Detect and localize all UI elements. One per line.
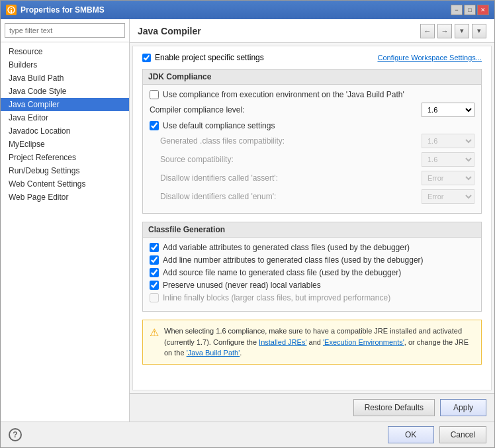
classfile-item-add-source-file: Add source file name to generated class … (150, 268, 474, 277)
classfile-label-inline-finally: Inline finally blocks (larger class file… (163, 293, 390, 302)
window-controls: − □ ✕ (451, 5, 489, 15)
bottom-action-bar: ? OK Cancel (1, 422, 494, 447)
classfile-item-add-variable: Add variable attributes to generated cla… (150, 243, 474, 252)
sidebar-item-java-editor[interactable]: Java Editor (1, 111, 129, 124)
classfile-item-add-line-number: Add line number attributes to generated … (150, 255, 474, 265)
main-panel: Java Compiler ← → ▾ ▾ Enable project spe… (130, 19, 494, 422)
source-compat-select[interactable]: 1.6 (422, 152, 474, 167)
classfile-checkbox-add-line-number[interactable] (150, 255, 159, 265)
sidebar: ResourceBuildersJava Build PathJava Code… (1, 19, 130, 422)
compiler-compliance-label: Compiler compliance level: (150, 105, 422, 114)
classfile-item-preserve-unused: Preserve unused (never read) local varia… (150, 281, 474, 290)
warning-text: When selecting 1.6 compliance, make sure… (164, 326, 474, 359)
classfile-checkbox-add-variable[interactable] (150, 243, 159, 252)
classfile-checkbox-preserve-unused[interactable] (150, 281, 159, 290)
jdk-compliance-title: JDK Compliance (143, 69, 481, 85)
restore-defaults-button[interactable]: Restore Defaults (353, 399, 435, 416)
panel-content: Enable project specific settings Configu… (132, 46, 492, 390)
back-button[interactable]: ← (420, 24, 435, 38)
window-title: Properties for SMBMS (21, 5, 105, 15)
enable-left: Enable project specific settings (142, 53, 264, 62)
panel-title: Java Compiler (138, 26, 201, 36)
restore-apply-bar: Restore Defaults Apply (130, 393, 494, 422)
sidebar-item-java-build-path[interactable]: Java Build Path (1, 71, 129, 85)
enable-project-checkbox[interactable] (142, 54, 151, 62)
forward-button[interactable]: → (437, 24, 452, 38)
disallow-enum-select[interactable]: Error (422, 189, 474, 204)
cancel-button[interactable]: Cancel (439, 426, 486, 443)
classfile-item-inline-finally: Inline finally blocks (larger class file… (150, 293, 474, 302)
generated-class-row: Generated .class files compatibility: 1.… (160, 134, 474, 148)
content-area: ResourceBuildersJava Build PathJava Code… (1, 19, 494, 422)
ok-cancel-buttons: OK Cancel (388, 426, 486, 443)
properties-window: Properties for SMBMS − □ ✕ ResourceBuild… (0, 0, 495, 448)
classfile-label-add-line-number: Add line number attributes to generated … (163, 255, 424, 265)
disallow-assert-label: Disallow identifiers called 'assert': (160, 173, 422, 183)
svg-rect-2 (11, 10, 12, 13)
enable-row: Enable project specific settings Configu… (142, 53, 482, 62)
classfile-label-add-variable: Add variable attributes to generated cla… (163, 243, 410, 252)
help-button[interactable]: ? (9, 428, 22, 441)
maximize-button[interactable]: □ (464, 5, 476, 15)
disallow-enum-row: Disallow identifiers called 'enum': Erro… (160, 189, 474, 204)
classfile-label-preserve-unused: Preserve unused (never read) local varia… (163, 281, 321, 290)
classfile-checkbox-inline-finally[interactable] (150, 293, 159, 302)
source-compat-row: Source compatibility: 1.6 (160, 152, 474, 167)
generated-class-label: Generated .class files compatibility: (160, 136, 422, 146)
source-compat-label: Source compatibility: (160, 155, 422, 164)
disallow-enum-label: Disallow identifiers called 'enum': (160, 192, 422, 201)
jdk-compliance-section: JDK Compliance Use compliance from execu… (142, 69, 482, 214)
use-exec-env-checkbox[interactable] (150, 90, 159, 99)
use-default-checkbox[interactable] (150, 121, 159, 130)
title-bar-left: Properties for SMBMS (6, 5, 105, 15)
sidebar-item-builders[interactable]: Builders (1, 58, 129, 71)
use-default-label: Use default compliance settings (163, 121, 275, 130)
warning-box: ⚠ When selecting 1.6 compliance, make su… (142, 320, 482, 365)
sidebar-item-web-content-settings[interactable]: Web Content Settings (1, 177, 129, 191)
classfile-checkbox-add-source-file[interactable] (150, 268, 159, 277)
sidebar-item-java-compiler[interactable]: Java Compiler (1, 98, 129, 111)
enable-project-label: Enable project specific settings (155, 53, 264, 62)
execution-env-link[interactable]: 'Execution Environments' (323, 338, 404, 346)
sidebar-item-myeclipse[interactable]: MyEclipse (1, 138, 129, 151)
tree-items: ResourceBuildersJava Build PathJava Code… (1, 42, 129, 422)
classfile-generation-title: Classfile Generation (143, 222, 481, 238)
use-default-row: Use default compliance settings (150, 121, 474, 130)
sidebar-item-web-page-editor[interactable]: Web Page Editor (1, 191, 129, 204)
window-icon (6, 5, 17, 15)
sidebar-item-project-references[interactable]: Project References (1, 151, 129, 164)
sidebar-item-java-code-style[interactable]: Java Code Style (1, 85, 129, 98)
minimize-button[interactable]: − (451, 5, 463, 15)
disallow-assert-select[interactable]: Error (422, 171, 474, 185)
compiler-compliance-row: Compiler compliance level: 1.6 (150, 103, 474, 117)
filter-box (1, 19, 129, 42)
title-bar: Properties for SMBMS − □ ✕ (1, 1, 494, 19)
use-exec-env-label: Use compliance from execution environmen… (163, 90, 404, 99)
compiler-compliance-select[interactable]: 1.6 (422, 103, 474, 117)
sidebar-item-resource[interactable]: Resource (1, 45, 129, 58)
use-exec-env-row: Use compliance from execution environmen… (150, 90, 474, 99)
warning-text-end: . (240, 349, 242, 357)
warning-text-middle: and (307, 338, 323, 346)
apply-button[interactable]: Apply (440, 399, 486, 416)
warning-icon: ⚠ (150, 326, 159, 339)
installed-jres-link[interactable]: Installed JREs' (259, 338, 306, 346)
filter-input[interactable] (5, 23, 125, 38)
panel-header: Java Compiler ← → ▾ ▾ (130, 19, 494, 43)
java-build-path-link[interactable]: 'Java Build Path' (187, 349, 240, 357)
svg-point-1 (11, 8, 12, 9)
classfile-label-add-source-file: Add source file name to generated class … (163, 268, 401, 277)
classfile-generation-section: Classfile Generation Add variable attrib… (142, 222, 482, 312)
panel-toolbar: ← → ▾ ▾ (420, 24, 486, 38)
ok-button[interactable]: OK (388, 426, 434, 443)
sidebar-item-javadoc-location[interactable]: Javadoc Location (1, 124, 129, 138)
jdk-compliance-content: Use compliance from execution environmen… (143, 85, 481, 213)
configure-workspace-link[interactable]: Configure Workspace Settings... (377, 54, 482, 62)
classfile-generation-content: Add variable attributes to generated cla… (143, 238, 481, 311)
more-button[interactable]: ▾ (472, 24, 486, 38)
close-button[interactable]: ✕ (477, 5, 489, 15)
generated-class-select[interactable]: 1.6 (422, 134, 474, 148)
disallow-assert-row: Disallow identifiers called 'assert': Er… (160, 171, 474, 185)
sidebar-item-run-debug-settings[interactable]: Run/Debug Settings (1, 164, 129, 177)
dropdown-button[interactable]: ▾ (455, 24, 469, 38)
